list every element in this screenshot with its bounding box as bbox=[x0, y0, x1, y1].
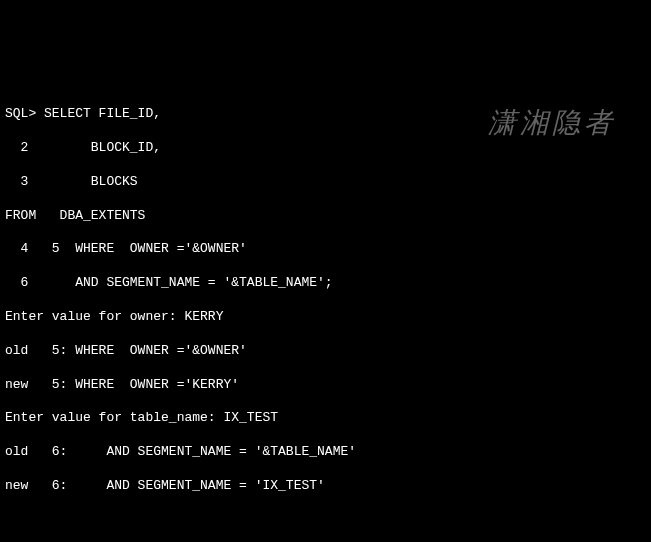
watermark-text: 潇湘隐者 bbox=[488, 105, 616, 141]
substitution-line: new 6: AND SEGMENT_NAME = 'IX_TEST' bbox=[5, 478, 646, 495]
sql-line: 3 BLOCKS bbox=[5, 174, 646, 191]
sql-line: 2 BLOCK_ID, bbox=[5, 140, 646, 157]
substitution-line: old 5: WHERE OWNER ='&OWNER' bbox=[5, 343, 646, 360]
sql-line: FROM DBA_EXTENTS bbox=[5, 208, 646, 225]
prompt-line: Enter value for owner: KERRY bbox=[5, 309, 646, 326]
substitution-line: old 6: AND SEGMENT_NAME = '&TABLE_NAME' bbox=[5, 444, 646, 461]
sql-line: 4 5 WHERE OWNER ='&OWNER' bbox=[5, 241, 646, 258]
prompt-line: Enter value for table_name: IX_TEST bbox=[5, 410, 646, 427]
substitution-line: new 5: WHERE OWNER ='KERRY' bbox=[5, 377, 646, 394]
blank-line bbox=[5, 512, 646, 529]
sql-line: 6 AND SEGMENT_NAME = '&TABLE_NAME'; bbox=[5, 275, 646, 292]
